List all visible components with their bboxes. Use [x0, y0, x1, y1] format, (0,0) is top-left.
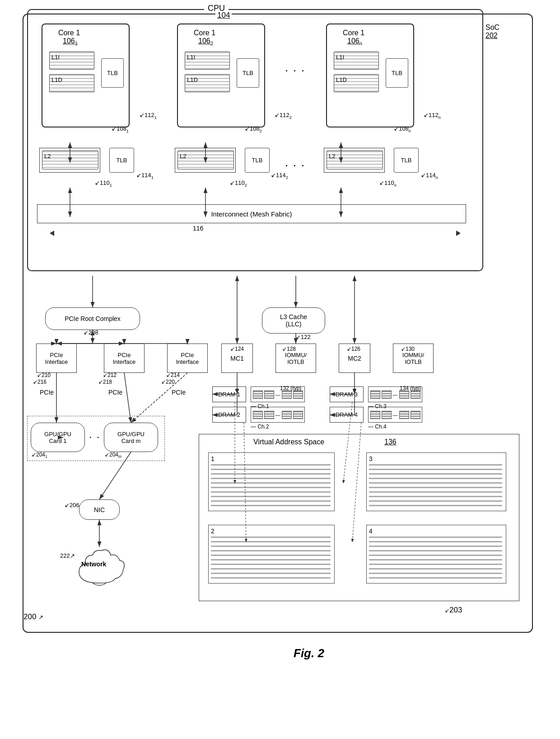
core1-label: Core 1	[58, 29, 80, 37]
cpu-ref: 104	[215, 11, 232, 20]
l1i-label-2: L1I	[187, 54, 195, 61]
dram3-box: DRAM 3	[330, 386, 364, 402]
vas-quad-2: 2	[208, 525, 335, 584]
vas-quad-4: 4	[366, 525, 506, 584]
ref-110-n: ↙110n	[379, 179, 397, 188]
vas-label-3: 3	[369, 455, 373, 462]
typ-134-label: 134 (typ)	[400, 385, 421, 391]
ch2-chips: —	[251, 407, 305, 423]
ref-220: ↙220	[161, 379, 175, 385]
l2-label-n: L2	[329, 153, 335, 160]
pcie-label-2: PCIe	[108, 389, 122, 396]
chip2-2	[264, 411, 274, 419]
vas-ref: 136	[384, 438, 397, 446]
fig-label: Fig. 2	[294, 646, 324, 660]
ref-108-n: ↙108n	[394, 125, 411, 133]
coren-ref: 106n	[347, 37, 362, 46]
ch2-label: — Ch.2	[251, 424, 269, 430]
l2-box-n: L2	[324, 148, 385, 173]
vas-quad-1: 1	[208, 452, 335, 511]
pcie-iface-1: PCIe Interface	[36, 344, 77, 373]
l2-box-1: L2	[39, 148, 100, 173]
ref-126: ↙126	[347, 346, 360, 352]
l1i-label-1: L1I	[51, 54, 60, 61]
pcie-label-1: PCIe	[40, 389, 54, 396]
vas-label-4: 4	[369, 527, 373, 535]
dram1-box: DRAM 1	[212, 386, 246, 402]
chip1-1	[253, 391, 263, 399]
chip2-4	[293, 411, 303, 419]
ref-218: ↙218	[98, 379, 112, 385]
gpu-dashed-box	[27, 416, 165, 461]
pcie-iface-2: PCIe Interface	[104, 344, 145, 373]
l2-box-2: L2	[175, 148, 236, 173]
l1i-label-n: L1I	[336, 54, 344, 61]
chip4-3	[399, 411, 409, 419]
chip2-1	[253, 411, 263, 419]
core-box-1: Core 1 1061 L1I L1D TLB	[42, 24, 130, 127]
tlb-l2-n: TLB	[394, 148, 419, 173]
tlb-l2-2: TLB	[245, 148, 270, 173]
tlb-box-2: TLB	[237, 58, 259, 88]
chip3-4	[411, 391, 420, 399]
vas-label-2: 2	[211, 527, 215, 535]
ref-130: ↙130	[401, 346, 415, 352]
ref-108-2: ↙1082	[245, 125, 262, 133]
core2-label: Core 1	[194, 29, 215, 37]
pcie-iface-3: PCIe Interface	[167, 344, 208, 373]
pcie-root-complex: PCIe Root Complex	[45, 307, 140, 330]
dots-l2: . . .	[285, 159, 306, 169]
dots-cores: . . .	[285, 64, 306, 74]
typ-132-label: 132 (typ)	[280, 385, 301, 391]
ref-124: ↙124	[230, 346, 244, 352]
vas-quad-3: 3	[366, 452, 506, 511]
label-203: ↙203	[445, 606, 462, 615]
chip3-2	[382, 391, 392, 399]
l2-label-1: L2	[44, 153, 51, 160]
soc-label: SoC 202	[485, 24, 499, 40]
l3-ref: ↙122	[296, 334, 311, 340]
dram2-box: DRAM 2	[212, 407, 246, 423]
tlb-box-1: TLB	[101, 58, 124, 88]
tlb-l2-1: TLB	[109, 148, 134, 173]
ref-110-2: ↙1102	[230, 179, 247, 188]
l1d-label-1: L1D	[51, 76, 62, 83]
vas-label-1: 1	[211, 455, 215, 462]
chip1-4	[293, 391, 303, 399]
core-box-2: Core 1 1062 L1I L1D TLB	[177, 24, 265, 127]
l1d-label-2: L1D	[187, 76, 198, 83]
ref-114-1: ↙1141	[136, 172, 154, 180]
ref-216: ↙216	[33, 379, 47, 385]
ref-112-2: ↙1122	[275, 112, 292, 120]
l2-label-2: L2	[180, 153, 186, 160]
ref-114-2: ↙1142	[271, 172, 288, 180]
core2-ref: 1062	[198, 37, 213, 46]
ch4-label: — Ch.4	[368, 424, 387, 430]
chip1-3	[282, 391, 292, 399]
pcie-root-ref: ↙208	[84, 329, 98, 336]
ref-212: ↙212	[103, 372, 117, 378]
interconnect-bar: Interconnect (Mesh Fabric)	[37, 204, 466, 223]
ref-110-1: ↙1101	[95, 179, 112, 188]
tlb-box-n: TLB	[386, 58, 408, 88]
label-200: 200 ↗	[23, 612, 43, 621]
chip1-2	[264, 391, 274, 399]
ref-210: ↙210	[37, 372, 51, 378]
core-box-n: Core 1 106n L1I L1D TLB	[326, 24, 414, 127]
vas-stripes-1	[211, 464, 331, 507]
coren-label: Core 1	[343, 29, 364, 37]
interconnect-ref: 116	[193, 225, 203, 232]
vas-box: Virtual Address Space 136 1 2 3 4	[199, 434, 519, 601]
ref-108-1: ↙1081	[112, 125, 129, 133]
nic-ref: ↙206	[65, 502, 79, 508]
vas-stripes-3	[369, 464, 502, 507]
vas-stripes-4	[369, 537, 502, 579]
cpu-box: CPU 104 Core 1 1061 L1I L1D TLB ↙1121 ↙1…	[27, 9, 483, 271]
vas-title: Virtual Address Space	[253, 438, 324, 446]
chip4-1	[370, 411, 380, 419]
ref-128: ↙128	[282, 346, 296, 352]
chip3-1	[370, 391, 380, 399]
l1d-label-n: L1D	[336, 76, 347, 83]
chip4-2	[382, 411, 392, 419]
network-label: Network	[81, 560, 106, 568]
